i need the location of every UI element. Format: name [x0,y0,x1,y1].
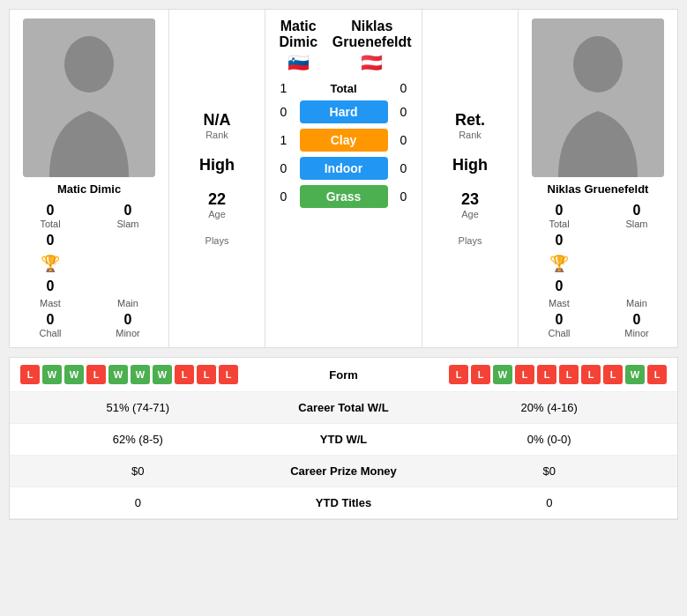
form-badge-l: L [647,365,667,384]
center-panel: Matic Dimic 🇸🇮 Niklas Gruenefeldt 🇦🇹 1 T… [265,10,422,347]
form-badge-l: L [471,365,490,384]
total-label: Total [300,82,388,95]
form-badge-w: W [108,365,128,384]
form-badge-w: W [153,365,172,384]
bottom-table: LWWLWWWLLL Form LLWLLLLLWL 51% (74-71)Ca… [9,357,678,520]
stat-row-right-0: 20% (4-16) [432,401,668,414]
right-high-value: High [452,156,488,174]
right-minor-value: 0 [603,312,670,328]
left-mast-label: Mast [17,298,84,308]
grass-button[interactable]: Grass [300,185,388,208]
form-badge-l: L [449,365,468,384]
right-age-label: Age [461,209,479,219]
top-section: Matic Dimic 0 Total 0 Slam 0 🏆 0 Mast [9,9,678,348]
right-minor-stat: 0 Minor [603,312,670,338]
indoor-right-num: 0 [395,161,413,175]
form-label: Form [291,368,397,382]
indoor-row: 0 Indoor 0 [270,157,417,180]
clay-row: 1 Clay 0 [270,129,417,152]
right-rank-value: Ret. [455,111,485,130]
grass-row: 0 Grass 0 [270,185,417,208]
right-total-stat: 0 Total [526,203,593,229]
left-total-value: 0 [17,203,84,219]
left-minor-label: Minor [94,328,161,338]
left-slam-value: 0 [94,203,161,219]
right-player-photo [532,19,664,177]
left-chall-stat: 0 Chall [17,312,84,338]
left-plays-stat: Plays [205,235,229,246]
left-trophy-icon: 🏆 [41,254,60,273]
form-badge-l: L [603,365,623,384]
hard-button[interactable]: Hard [300,100,388,123]
left-high-value: High [199,156,235,174]
form-badge-w: W [64,365,84,384]
left-slam-stat: 0 Slam [94,203,161,229]
left-rank-label: Rank [204,130,231,140]
form-badge-l: L [86,365,106,384]
left-age-label: Age [208,209,226,219]
form-badge-l: L [581,365,601,384]
stat-row-center-3: YTD Titles [256,496,432,509]
form-badge-l: L [537,365,556,384]
right-plays-stat: Plays [459,235,482,246]
form-badge-w: W [131,365,150,384]
right-mast-value: 0 [556,233,564,249]
total-right-num: 0 [395,81,413,95]
form-badge-l: L [197,365,216,384]
hard-right-num: 0 [395,105,413,119]
right-player-silhouette [532,19,664,177]
stat-row-left-0: 51% (74-71) [20,401,256,414]
stat-row-left-1: 62% (8-5) [20,433,256,446]
left-player-name: Matic Dimic [57,182,121,196]
right-form-badges: LLWLLLLLWL [397,365,668,384]
right-slam-label: Slam [603,219,670,229]
right-main-label: Main [603,298,670,308]
left-age-stat: 22 Age [208,190,226,219]
left-name-header: Matic Dimic 🇸🇮 [270,19,326,73]
right-header-name: Niklas Gruenefeldt [326,19,417,50]
left-player-photo [23,19,155,177]
left-minor-value: 0 [94,312,161,328]
left-middle-stats: N/A Rank High 22 Age Plays [168,10,265,347]
form-badge-w: W [42,365,62,384]
left-minor-stat: 0 Minor [94,312,161,338]
stat-row-center-2: Career Prize Money [256,464,432,478]
right-chall-label: Chall [526,328,593,338]
svg-point-3 [573,36,623,93]
right-name-header: Niklas Gruenefeldt 🇦🇹 [326,19,417,73]
left-total-stat: 0 Total [17,203,84,229]
right-age-stat: 23 Age [461,190,479,219]
left-flag: 🇸🇮 [270,52,326,73]
stat-row-right-2: $0 [432,464,668,478]
stat-row-center-0: Career Total W/L [256,401,432,414]
grass-left-num: 0 [275,189,293,204]
left-age-value: 22 [208,190,226,209]
right-high-stat: High [452,156,488,174]
left-high-stat: High [199,156,235,174]
form-badge-w: W [625,365,645,384]
right-total-value: 0 [526,203,593,219]
left-rank-value: N/A [204,111,231,130]
total-left-num: 1 [275,81,293,95]
clay-right-num: 0 [395,133,413,147]
left-player-stats: 0 Total 0 Slam 0 🏆 0 Mast Main [17,203,161,338]
right-player-stats: 0 Total 0 Slam 0 🏆 0 Mast Main [526,203,670,338]
right-chall-stat: 0 Chall [526,312,593,338]
right-player-card: Niklas Gruenefeldt 0 Total 0 Slam 0 🏆 0 [519,10,677,347]
right-slam-value: 0 [603,203,670,219]
stat-row-3: 0YTD Titles0 [10,487,677,519]
stat-row-0: 51% (74-71)Career Total W/L20% (4-16) [10,392,677,424]
right-flag: 🇦🇹 [326,52,417,73]
form-badge-w: W [493,365,512,384]
indoor-button[interactable]: Indoor [300,157,388,180]
clay-button[interactable]: Clay [300,129,388,152]
hard-left-num: 0 [275,105,293,119]
stat-rows-container: 51% (74-71)Career Total W/L20% (4-16)62%… [10,392,677,519]
form-row: LWWLWWWLLL Form LLWLLLLLWL [10,358,677,392]
player-names-row: Matic Dimic 🇸🇮 Niklas Gruenefeldt 🇦🇹 [270,19,417,73]
left-form-badges: LWWLWWWLLL [20,365,291,384]
right-rank-label: Rank [455,130,485,140]
left-mast-stat: 0 🏆 0 [17,233,84,294]
right-main-label-row: Main [603,298,670,308]
left-player-card: Matic Dimic 0 Total 0 Slam 0 🏆 0 Mast [10,10,168,347]
